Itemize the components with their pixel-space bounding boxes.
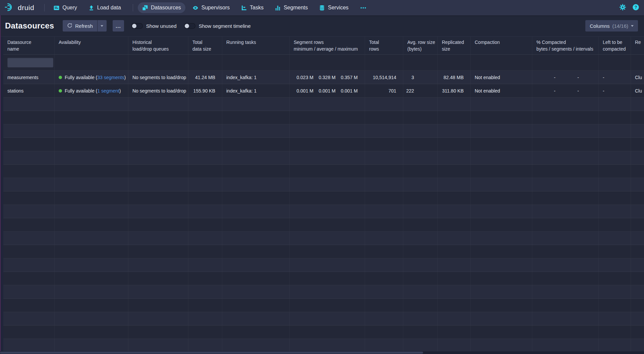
help-icon[interactable]: ?	[632, 4, 639, 12]
triple-value: -	[560, 75, 579, 80]
column-header-line1: Segment rows	[294, 39, 363, 46]
empty-cell	[532, 138, 599, 151]
empty-cell	[532, 245, 599, 258]
column-header-line1: Left to be	[603, 39, 629, 46]
column-header-compaction[interactable]: Compaction	[471, 37, 532, 54]
segments-link[interactable]: 33 segments	[97, 75, 124, 80]
empty-cell	[631, 165, 644, 178]
table-header-row: DatasourcenameAvailabilityHistoricalload…	[3, 37, 644, 55]
empty-cell	[128, 326, 188, 339]
empty-cell	[55, 258, 128, 272]
settings-gear-icon[interactable]	[619, 4, 626, 12]
cell-value: Clu	[635, 88, 642, 94]
empty-cell	[290, 151, 365, 164]
segments-link[interactable]: 1 segment	[97, 88, 119, 94]
horizontal-scrollbar[interactable]	[0, 351, 644, 354]
cell-value: 10,514,914	[373, 75, 396, 80]
column-header-name[interactable]: Datasourcename	[3, 37, 55, 54]
datasources-table-inner: DatasourcenameAvailabilityHistoricalload…	[0, 37, 644, 352]
empty-cell	[599, 232, 631, 245]
empty-cell	[438, 191, 471, 204]
empty-cell	[471, 299, 532, 312]
cell-replicated_size: 82.48 MB	[438, 71, 471, 84]
filter-cell-availability	[55, 55, 128, 70]
nav-item-more[interactable]	[356, 3, 371, 13]
empty-row	[3, 205, 644, 218]
empty-cell	[403, 245, 438, 258]
cell-name[interactable]: stations	[3, 84, 55, 97]
empty-cell	[532, 111, 599, 124]
empty-cell	[222, 138, 290, 151]
cell-value: 41.24 MB	[195, 75, 215, 80]
empty-cell	[290, 285, 365, 298]
empty-cell	[3, 218, 55, 231]
empty-cell	[365, 326, 403, 339]
toggle-show-unused[interactable]: Show unused	[131, 23, 177, 29]
empty-cell	[188, 326, 222, 339]
empty-cell	[3, 232, 55, 245]
column-header-line1: % Compacted	[536, 39, 597, 46]
empty-row	[3, 339, 644, 352]
columns-picker-button[interactable]: Columns (14/16)	[585, 20, 638, 32]
column-header-total_rows[interactable]: Totalrows	[365, 37, 403, 54]
column-header-load_drop[interactable]: Historicalload/drop queues	[128, 37, 188, 54]
toggle-show-segment-timeline[interactable]: Show segment timeline	[184, 23, 251, 29]
empty-cell	[438, 124, 471, 137]
empty-cell	[438, 339, 471, 352]
show-unused-switch[interactable]	[131, 23, 143, 29]
empty-cell	[3, 258, 55, 272]
druid-logo[interactable]: druid	[5, 3, 34, 13]
empty-cell	[188, 98, 222, 111]
cell-value: -	[603, 88, 604, 94]
column-header-pct_compacted[interactable]: % Compactedbytes / segments / intervals	[532, 37, 599, 54]
nav-item-services[interactable]: Services	[315, 2, 353, 13]
nav-item-tasks[interactable]: Tasks	[237, 2, 268, 13]
more-actions-button[interactable]: ...	[113, 20, 124, 32]
view-toolbar: Datasources Refresh ... Show unused	[0, 15, 644, 36]
empty-cell	[471, 138, 532, 151]
nav-items: QueryLoad dataDatasourcesSupervisorsTask…	[49, 0, 373, 15]
empty-cell	[438, 326, 471, 339]
nav-item-label: Datasources	[151, 5, 181, 11]
empty-cell	[290, 98, 365, 111]
empty-cell	[188, 111, 222, 124]
column-header-segment_rows[interactable]: Segment rowsminimum / average / maximum	[290, 37, 365, 54]
nav-item-load-data[interactable]: Load data	[84, 2, 125, 13]
empty-cell	[471, 124, 532, 137]
empty-cell	[188, 258, 222, 272]
column-header-replicated_size[interactable]: Replicatedsize	[438, 37, 471, 54]
empty-cell	[128, 258, 188, 272]
cell-value: 3	[411, 75, 414, 80]
empty-cell	[365, 191, 403, 204]
empty-cell	[55, 312, 128, 325]
refresh-button[interactable]: Refresh	[63, 20, 97, 32]
nav-item-segments[interactable]: Segments	[271, 2, 312, 13]
column-header-left_to_compact[interactable]: Left to becompacted	[599, 37, 631, 54]
nav-item-supervisors[interactable]: Supervisors	[188, 2, 234, 13]
refresh-options-button[interactable]	[98, 20, 107, 32]
column-header-avg_row_size[interactable]: Avg. row size(bytes)	[403, 37, 438, 54]
datasource-row-stations[interactable]: stationsFully available (1 segment)No se…	[3, 84, 644, 98]
empty-cell	[3, 98, 55, 111]
nav-item-datasources[interactable]: Datasources	[138, 2, 185, 13]
column-header-retention[interactable]: Re	[631, 37, 644, 54]
availability-status-dot	[59, 76, 62, 79]
horizontal-scrollbar-thumb[interactable]	[0, 352, 423, 354]
empty-cell	[471, 178, 532, 191]
column-header-running_tasks[interactable]: Running tasks	[222, 37, 290, 54]
cell-total_data_size: 41.24 MB	[188, 71, 222, 84]
empty-cell	[290, 138, 365, 151]
column-header-availability[interactable]: Availability	[55, 37, 128, 54]
column-header-total_data_size[interactable]: Totaldata size	[188, 37, 222, 54]
cell-total_rows: 10,514,914	[365, 71, 403, 84]
empty-cell	[128, 205, 188, 218]
triple-value: 0.023 M	[294, 75, 313, 80]
cell-value: index_kafka: 1	[226, 75, 256, 80]
nav-item-query[interactable]: Query	[49, 2, 81, 13]
cell-name[interactable]: measurements	[3, 71, 55, 84]
cell-replicated_size: 311.80 KB	[438, 84, 471, 97]
datasource-name-filter-input[interactable]	[7, 58, 53, 67]
refresh-icon	[67, 23, 72, 29]
show-segment-timeline-switch[interactable]	[184, 23, 195, 29]
datasource-row-measurements[interactable]: measurementsFully available (33 segments…	[3, 71, 644, 84]
